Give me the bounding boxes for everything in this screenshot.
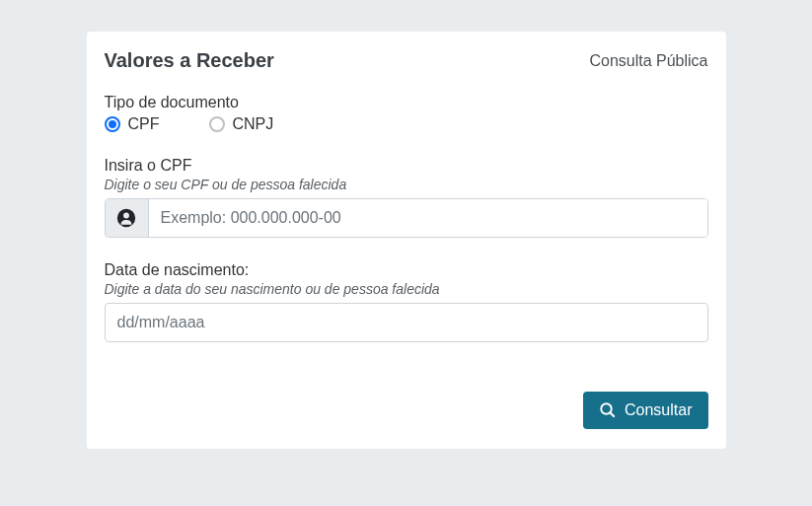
svg-line-3 bbox=[610, 412, 615, 417]
cpf-input[interactable] bbox=[149, 199, 707, 237]
page-title: Valores a Receber bbox=[105, 49, 274, 72]
svg-point-2 bbox=[601, 403, 612, 414]
submit-button[interactable]: Consultar bbox=[583, 392, 707, 429]
actions-row: Consultar bbox=[105, 392, 708, 429]
page-subtitle: Consulta Pública bbox=[589, 52, 707, 70]
radio-option-cnpj[interactable]: CNPJ bbox=[209, 115, 274, 133]
cpf-hint: Digite o seu CPF ou de pessoa falecida bbox=[105, 177, 708, 192]
radio-circle-cnpj bbox=[209, 116, 225, 132]
doc-type-label: Tipo de documento bbox=[105, 94, 708, 111]
cpf-section: Insira o CPF Digite o seu CPF ou de pess… bbox=[105, 157, 708, 238]
doc-type-radio-row: CPF CNPJ bbox=[105, 115, 708, 133]
user-icon bbox=[106, 199, 149, 237]
birthdate-section: Data de nascimento: Digite a data do seu… bbox=[105, 261, 708, 342]
birthdate-hint: Digite a data do seu nascimento ou de pe… bbox=[105, 281, 708, 297]
doc-type-group: Tipo de documento CPF CNPJ bbox=[105, 94, 708, 133]
form-card: Valores a Receber Consulta Pública Tipo … bbox=[87, 32, 726, 449]
search-icon bbox=[599, 401, 617, 419]
cpf-label: Insira o CPF bbox=[105, 157, 708, 175]
card-header: Valores a Receber Consulta Pública bbox=[105, 49, 708, 72]
radio-label-cnpj: CNPJ bbox=[233, 115, 274, 133]
svg-point-1 bbox=[123, 213, 129, 219]
birthdate-label: Data de nascimento: bbox=[105, 261, 708, 279]
radio-option-cpf[interactable]: CPF bbox=[105, 115, 160, 133]
submit-button-label: Consultar bbox=[625, 401, 692, 419]
birthdate-input[interactable] bbox=[105, 303, 708, 342]
radio-circle-cpf bbox=[105, 116, 120, 132]
radio-label-cpf: CPF bbox=[128, 115, 160, 133]
cpf-input-group bbox=[105, 198, 708, 238]
